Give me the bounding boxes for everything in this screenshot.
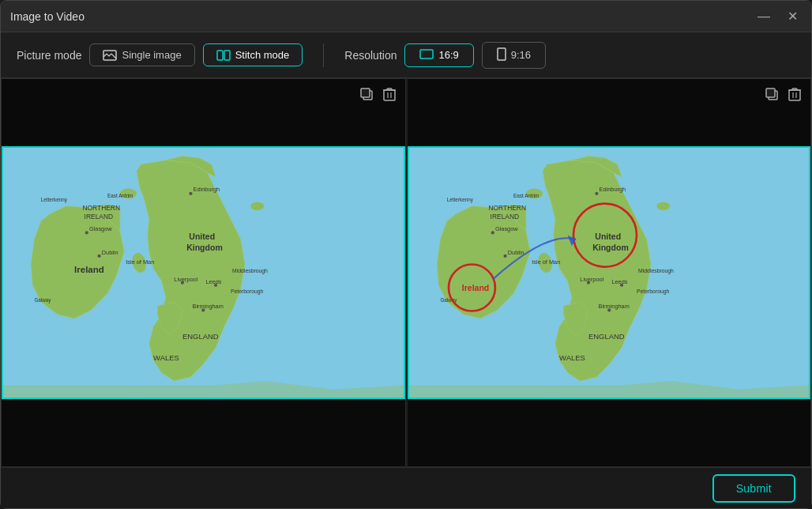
svg-point-62 xyxy=(595,192,598,195)
svg-text:Glasgow: Glasgow xyxy=(494,225,517,232)
right-panel-image[interactable]: United Kingdom NORTHERN IRELAND WALES EN… xyxy=(408,146,811,399)
app-window: Image to Video — ✕ Picture mode Single i… xyxy=(0,0,812,509)
svg-point-23 xyxy=(85,231,88,234)
svg-text:Liverpool: Liverpool xyxy=(174,276,197,283)
svg-text:Leeds: Leeds xyxy=(611,278,627,285)
svg-rect-1 xyxy=(217,51,223,60)
svg-text:Ireland: Ireland xyxy=(461,283,488,292)
svg-text:ENGLAND: ENGLAND xyxy=(182,332,219,341)
left-panel-image[interactable]: Ireland United Kingdom NORTHERN IRELAND … xyxy=(2,146,405,399)
svg-text:United: United xyxy=(595,232,621,241)
svg-text:Letterkenny: Letterkenny xyxy=(446,197,473,203)
close-icon: ✕ xyxy=(788,9,798,24)
svg-point-69 xyxy=(503,254,506,258)
left-panel-top xyxy=(2,79,405,146)
svg-text:Kingdom: Kingdom xyxy=(592,243,629,252)
window-title: Image to Video xyxy=(10,10,85,23)
svg-point-53 xyxy=(656,202,670,210)
svg-text:WALES: WALES xyxy=(559,353,585,362)
panels-row: Ireland United Kingdom NORTHERN IRELAND … xyxy=(1,78,811,467)
single-image-icon xyxy=(103,50,117,61)
svg-rect-45 xyxy=(766,89,775,97)
svg-text:NORTHERN: NORTHERN xyxy=(83,204,120,212)
svg-text:Letterkenny: Letterkenny xyxy=(41,197,68,203)
left-copy-button[interactable] xyxy=(358,85,375,106)
svg-text:Peterborough: Peterborough xyxy=(231,288,264,295)
copy-icon xyxy=(359,90,374,104)
content-area: Ireland United Kingdom NORTHERN IRELAND … xyxy=(1,78,811,467)
svg-text:Dublin: Dublin xyxy=(102,249,118,256)
landscape-icon xyxy=(419,49,434,62)
svg-point-31 xyxy=(97,254,100,258)
left-panel-bottom xyxy=(2,399,405,466)
right-panel-bottom xyxy=(408,399,811,466)
single-image-button[interactable]: Single image xyxy=(89,43,194,66)
resolution-9-16-button[interactable]: 9:16 xyxy=(482,42,546,69)
minimize-button[interactable]: — xyxy=(754,7,773,26)
submit-button[interactable]: Submit xyxy=(712,474,795,503)
svg-rect-2 xyxy=(224,51,230,60)
svg-text:Edinburgh: Edinburgh xyxy=(194,186,220,193)
portrait-icon xyxy=(497,47,506,63)
svg-rect-46 xyxy=(789,90,800,100)
left-map: Ireland United Kingdom NORTHERN IRELAND … xyxy=(3,148,404,398)
svg-text:Dublin: Dublin xyxy=(507,249,524,256)
copy-icon-right xyxy=(765,90,779,104)
svg-text:IRELAND: IRELAND xyxy=(490,213,518,221)
svg-text:United: United xyxy=(189,232,215,241)
resolution-label: Resolution xyxy=(344,49,397,62)
svg-text:Kingdom: Kingdom xyxy=(186,243,223,252)
window-controls: — ✕ xyxy=(754,7,802,26)
submit-row: Submit xyxy=(1,467,811,508)
svg-text:NORTHERN: NORTHERN xyxy=(488,204,525,212)
svg-text:Peterborough: Peterborough xyxy=(637,288,670,295)
stitch-mode-button[interactable]: Stitch mode xyxy=(203,43,303,66)
svg-text:East Antrim: East Antrim xyxy=(513,193,539,198)
delete-icon xyxy=(383,90,396,104)
titlebar: Image to Video — ✕ xyxy=(1,1,811,32)
right-copy-button[interactable] xyxy=(763,85,780,106)
toolbar: Picture mode Single image Stitc xyxy=(1,32,811,78)
picture-mode-section: Picture mode Single image Stitc xyxy=(17,43,303,66)
svg-text:Middlesbrough: Middlesbrough xyxy=(638,268,674,274)
svg-text:Glasgow: Glasgow xyxy=(89,225,112,232)
res-9-16-label: 9:16 xyxy=(511,49,531,61)
right-delete-button[interactable] xyxy=(787,85,803,106)
svg-point-14 xyxy=(250,202,264,210)
svg-text:Edinburgh: Edinburgh xyxy=(599,186,626,193)
svg-text:Birmingham: Birmingham xyxy=(598,303,629,310)
svg-rect-6 xyxy=(361,89,370,97)
svg-text:East Antrim: East Antrim xyxy=(107,193,133,198)
svg-rect-4 xyxy=(498,48,506,60)
minimize-icon: — xyxy=(757,9,770,24)
svg-point-61 xyxy=(491,231,494,234)
svg-text:Leeds: Leeds xyxy=(205,278,221,285)
svg-rect-3 xyxy=(420,50,433,58)
svg-text:Isle of Man: Isle of Man xyxy=(126,258,154,266)
single-image-label: Single image xyxy=(122,49,181,61)
resolution-section: Resolution 16:9 9:16 xyxy=(344,42,546,69)
right-panel-top xyxy=(408,79,811,146)
close-button[interactable]: ✕ xyxy=(783,7,802,26)
svg-text:Liverpool: Liverpool xyxy=(580,276,603,283)
svg-rect-7 xyxy=(384,90,395,100)
res-16-9-label: 16:9 xyxy=(438,49,458,61)
svg-text:Galway: Galway xyxy=(34,297,51,304)
toolbar-divider xyxy=(323,43,324,67)
svg-point-24 xyxy=(189,192,192,195)
delete-icon-right xyxy=(788,90,801,104)
right-panel: United Kingdom NORTHERN IRELAND WALES EN… xyxy=(406,78,812,467)
resolution-16-9-button[interactable]: 16:9 xyxy=(404,43,473,67)
svg-text:Ireland: Ireland xyxy=(74,265,104,274)
svg-text:Middlesbrough: Middlesbrough xyxy=(232,268,268,274)
left-delete-button[interactable] xyxy=(382,85,397,106)
svg-text:IRELAND: IRELAND xyxy=(85,213,113,221)
svg-text:Birmingham: Birmingham xyxy=(193,303,224,310)
right-map: United Kingdom NORTHERN IRELAND WALES EN… xyxy=(409,148,810,398)
svg-text:Isle of Man: Isle of Man xyxy=(532,258,560,266)
stitch-mode-label: Stitch mode xyxy=(235,49,290,61)
left-panel: Ireland United Kingdom NORTHERN IRELAND … xyxy=(1,78,406,467)
svg-text:ENGLAND: ENGLAND xyxy=(588,332,624,341)
svg-text:WALES: WALES xyxy=(153,353,179,362)
picture-mode-label: Picture mode xyxy=(17,49,81,62)
